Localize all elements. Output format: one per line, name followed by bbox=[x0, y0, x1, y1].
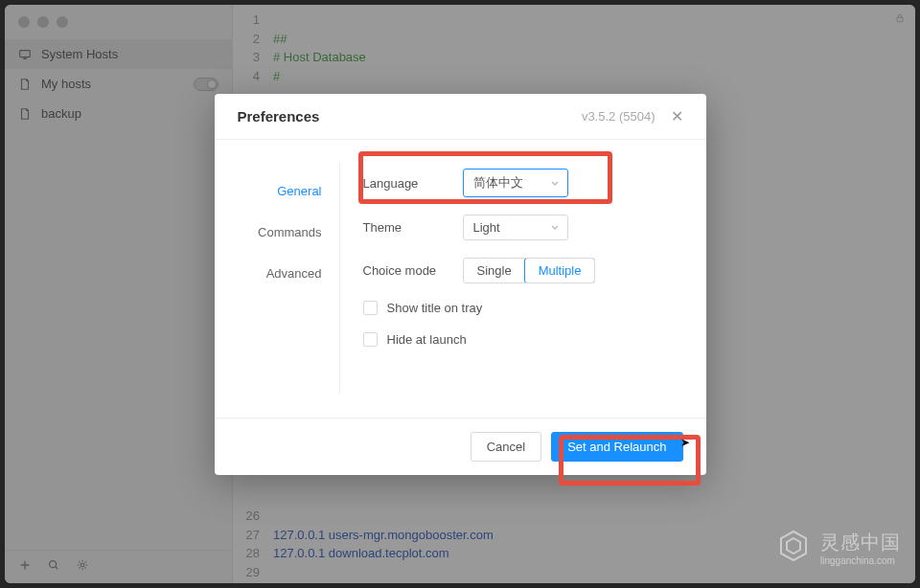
choice-single[interactable]: Single bbox=[464, 259, 525, 283]
checkbox-show-title[interactable]: Show title on tray bbox=[363, 301, 683, 315]
preferences-modal: Preferences v3.5.2 (5504) ✕ General Comm… bbox=[215, 94, 706, 475]
chevron-down-icon bbox=[550, 176, 560, 191]
modal-overlay: Preferences v3.5.2 (5504) ✕ General Comm… bbox=[0, 0, 920, 588]
language-label: Language bbox=[363, 176, 463, 191]
watermark-subtext: lingganchina.com bbox=[820, 555, 901, 566]
theme-select[interactable]: Light bbox=[463, 215, 568, 240]
theme-label: Theme bbox=[363, 220, 463, 235]
tabs: General Commands Advanced bbox=[215, 140, 339, 418]
watermark: 灵感中国 lingganchina.com bbox=[774, 527, 901, 569]
tab-advanced[interactable]: Advanced bbox=[215, 253, 339, 294]
watermark-text: 灵感中国 bbox=[820, 531, 901, 553]
choice-mode-label: Choice mode bbox=[363, 263, 463, 278]
tab-general[interactable]: General bbox=[215, 170, 339, 212]
field-theme: Theme Light bbox=[363, 215, 683, 240]
modal-header: Preferences v3.5.2 (5504) ✕ bbox=[215, 94, 706, 140]
svg-marker-10 bbox=[787, 538, 800, 554]
cursor-icon: ➤ bbox=[680, 436, 690, 449]
choice-mode-segmented: Single Multiple bbox=[463, 258, 596, 283]
choice-multiple[interactable]: Multiple bbox=[524, 258, 596, 283]
field-language: Language 简体中文 bbox=[363, 169, 683, 197]
modal-version: v3.5.2 (5504) bbox=[582, 109, 656, 124]
close-icon[interactable]: ✕ bbox=[671, 107, 683, 125]
checkbox-hide-launch[interactable]: Hide at launch bbox=[363, 332, 683, 347]
svg-marker-9 bbox=[781, 531, 806, 560]
language-select[interactable]: 简体中文 bbox=[463, 169, 568, 197]
tab-commands[interactable]: Commands bbox=[215, 212, 339, 253]
settings-panel: Language 简体中文 Theme Light bbox=[340, 140, 706, 418]
chevron-down-icon bbox=[550, 220, 560, 235]
cancel-button[interactable]: Cancel bbox=[471, 432, 541, 462]
checkbox-icon bbox=[363, 332, 378, 347]
modal-footer: Cancel Set and Relaunch bbox=[215, 418, 706, 475]
set-and-relaunch-button[interactable]: Set and Relaunch bbox=[551, 432, 682, 462]
field-choice-mode: Choice mode Single Multiple bbox=[363, 258, 683, 283]
modal-title: Preferences bbox=[238, 108, 320, 124]
checkbox-icon bbox=[363, 301, 378, 315]
modal-body: General Commands Advanced Language 简体中文 … bbox=[215, 140, 706, 418]
watermark-logo-icon bbox=[774, 527, 813, 569]
